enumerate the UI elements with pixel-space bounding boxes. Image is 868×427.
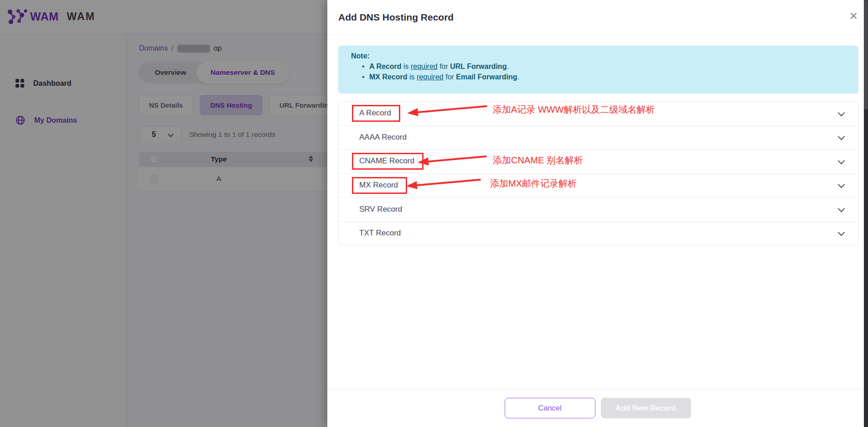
chevron-down-icon bbox=[838, 205, 845, 212]
annotation-arrow bbox=[406, 175, 481, 190]
chevron-down-icon bbox=[838, 109, 845, 116]
annotation-text: 添加MX邮件记录解析 bbox=[490, 177, 577, 190]
accordion-item-aaaa-record[interactable]: AAAA Record bbox=[339, 125, 858, 150]
accordion-item-a-record[interactable]: A Record 添加A记录 WWW解析以及二级域名解析 bbox=[339, 102, 858, 125]
chevron-down-icon bbox=[838, 133, 845, 141]
accordion-item-cname-record[interactable]: CNAME Record 添加CNAME 别名解析 bbox=[339, 149, 858, 173]
cancel-button[interactable]: Cancel bbox=[505, 398, 595, 418]
screen: WAM WAM Dashboard My Domains ‹ Domains bbox=[0, 0, 868, 427]
accordion-label: AAAA Record bbox=[359, 133, 407, 142]
record-type-accordion: A Record 添加A记录 WWW解析以及二级域名解析 AAAA Record… bbox=[338, 101, 859, 245]
note-label: Note: bbox=[351, 52, 858, 60]
annotation-text: 添加A记录 WWW解析以及二级域名解析 bbox=[493, 104, 655, 116]
accordion-label: MX Record bbox=[352, 177, 407, 194]
accordion-label: A Record bbox=[352, 105, 400, 122]
accordion-label: SRV Record bbox=[359, 205, 402, 214]
scrollbar[interactable] bbox=[864, 0, 868, 427]
accordion-item-txt-record[interactable]: TXT Record bbox=[339, 221, 858, 245]
modal-header: Add DNS Hosting Record ✕ bbox=[327, 0, 868, 35]
modal-title: Add DNS Hosting Record bbox=[338, 0, 454, 35]
accordion-item-srv-record[interactable]: SRV Record bbox=[339, 197, 858, 221]
chevron-down-icon bbox=[838, 229, 845, 236]
note-bullet: MX Record is required for Email Forwardi… bbox=[351, 73, 858, 81]
add-dns-hosting-record-modal: Add DNS Hosting Record ✕ Note: A Record … bbox=[327, 0, 868, 427]
accordion-label: CNAME Record bbox=[352, 153, 424, 170]
chevron-down-icon bbox=[838, 181, 845, 188]
annotation-text: 添加CNAME 别名解析 bbox=[493, 154, 583, 167]
scrollbar-thumb[interactable] bbox=[864, 0, 868, 109]
add-new-record-button[interactable]: Add New Record bbox=[601, 398, 691, 418]
annotation-arrow bbox=[417, 152, 487, 167]
close-icon[interactable]: ✕ bbox=[849, 11, 858, 21]
note-bullet: A Record is required for URL Forwarding. bbox=[351, 62, 858, 71]
note-box: Note: A Record is required for URL Forwa… bbox=[338, 46, 858, 94]
chevron-down-icon bbox=[838, 157, 845, 164]
annotation-arrow bbox=[407, 102, 487, 117]
accordion-item-mx-record[interactable]: MX Record 添加MX邮件记录解析 bbox=[339, 173, 858, 198]
modal-footer: Cancel Add New Record bbox=[327, 389, 868, 427]
accordion-label: TXT Record bbox=[359, 229, 401, 238]
